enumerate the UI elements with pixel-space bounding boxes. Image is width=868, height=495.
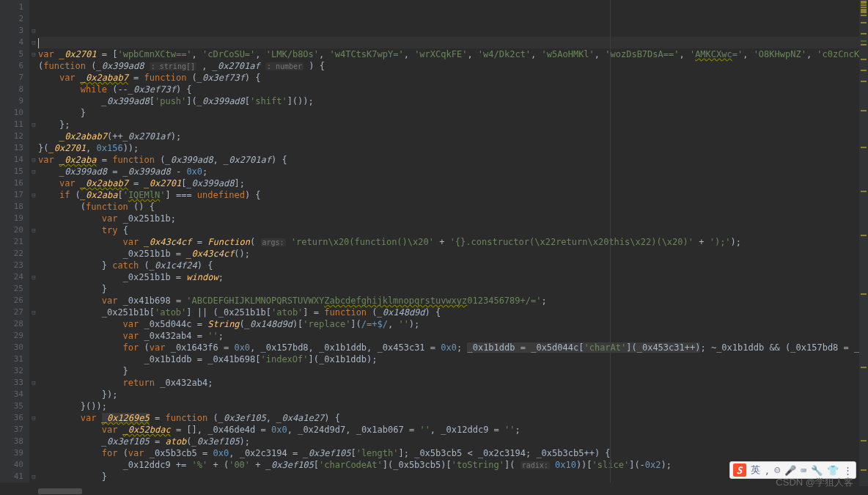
- code-line[interactable]: }: [38, 283, 868, 295]
- scrollbar-marker[interactable]: [861, 40, 867, 42]
- code-line[interactable]: }(_0x2701, 0x156));: [38, 142, 868, 154]
- code-line[interactable]: var _0x43c4cf = Function( args: 'return\…: [38, 236, 868, 248]
- code-line[interactable]: });: [38, 389, 868, 400]
- ime-lang-label[interactable]: 英: [751, 463, 760, 477]
- code-line[interactable]: }: [38, 107, 868, 119]
- scrollbar-marker[interactable]: [861, 191, 867, 192]
- fold-toggle[interactable]: ⊟: [29, 48, 38, 60]
- scrollbar-marker[interactable]: [861, 7, 867, 8]
- fold-toggle: [29, 365, 38, 377]
- scrollbar-marker[interactable]: [861, 12, 867, 13]
- code-line[interactable]: } catch (_0x1c4f24) {: [38, 260, 868, 271]
- scrollbar-marker[interactable]: [861, 235, 867, 236]
- fold-toggle[interactable]: ⊟: [29, 154, 38, 166]
- horizontal-scroll-thumb[interactable]: [38, 488, 82, 494]
- code-line[interactable]: var _0x251b1b;: [38, 213, 868, 224]
- line-number: 17: [0, 189, 29, 201]
- code-line[interactable]: var _0x52bdac = [], _0x46de4d = 0x0, _0x…: [38, 424, 868, 436]
- fold-toggle[interactable]: ⊟: [29, 271, 38, 283]
- code-line[interactable]: _0x251b1b['atob'] || (_0x251b1b['atob'] …: [38, 307, 868, 318]
- code-line[interactable]: _0x251b1b = window;: [38, 271, 868, 283]
- line-number: 31: [0, 353, 29, 365]
- code-line[interactable]: (function (_0x399ad8 : string[] , _0x270…: [38, 60, 868, 72]
- scrollbar-marker[interactable]: [861, 367, 867, 368]
- fold-toggle[interactable]: ⊟: [29, 189, 38, 201]
- code-line[interactable]: _0x399ad8 = _0x399ad8 - 0x0;: [38, 166, 868, 177]
- code-line[interactable]: _0x251b1b = _0x43c4cf();: [38, 248, 868, 260]
- code-line[interactable]: [38, 37, 868, 48]
- fold-toggle[interactable]: ⊟: [29, 307, 38, 318]
- ime-keyboard-icon[interactable]: ⌨: [801, 465, 806, 476]
- fold-toggle: [29, 295, 38, 307]
- fold-toggle[interactable]: ⊟: [29, 37, 38, 48]
- code-line[interactable]: (function () {: [38, 201, 868, 213]
- fold-toggle[interactable]: ⊟: [29, 412, 38, 424]
- fold-toggle[interactable]: ⊟: [29, 471, 38, 483]
- code-line[interactable]: _0x1b1ddb = _0x41b698['indexOf'](_0x1b1d…: [38, 353, 868, 365]
- fold-toggle: [29, 72, 38, 84]
- fold-toggle[interactable]: ⊟: [29, 166, 38, 177]
- line-number: 27: [0, 307, 29, 318]
- line-number: 28: [0, 318, 29, 330]
- scrollbar-marker[interactable]: [861, 293, 867, 295]
- fold-column[interactable]: ⊟⊟⊟⊟⊟⊟⊟⊟⊟⊟⊟⊟⊟: [29, 0, 38, 483]
- code-line[interactable]: var _0x41b698 = 'ABCDEFGHIJKLMNOPQRSTUVW…: [38, 295, 868, 307]
- code-area[interactable]: var _0x2701 = ['wpbCmnXCtw==', 'cDrCoSU=…: [38, 0, 868, 483]
- code-line[interactable]: var _0x1269e5 = function (_0x3ef105, _0x…: [38, 412, 868, 424]
- fold-toggle[interactable]: ⊟: [29, 377, 38, 389]
- scrollbar-marker[interactable]: [861, 70, 867, 71]
- vertical-scrollbar[interactable]: [859, 0, 868, 486]
- scrollbar-marker[interactable]: [861, 147, 867, 148]
- right-margin-guide: [610, 0, 611, 483]
- code-line[interactable]: var _0x2abab7 = function (_0x3ef73f) {: [38, 72, 868, 84]
- code-line[interactable]: var _0x2aba = function (_0x399ad8, _0x27…: [38, 154, 868, 166]
- ime-skin-icon[interactable]: 👕: [827, 465, 839, 476]
- scrollbar-marker[interactable]: [861, 22, 867, 23]
- line-number: 18: [0, 201, 29, 213]
- code-line[interactable]: _0x2abab7(++_0x2701af);: [38, 131, 868, 142]
- code-line[interactable]: var _0x5d044c = String(_0x148d9d)['repla…: [38, 318, 868, 330]
- ime-mic-icon[interactable]: 🎤: [784, 465, 796, 476]
- code-line[interactable]: var _0x2701 = ['wpbCmnXCtw==', 'cDrCoSU=…: [38, 48, 868, 60]
- code-line[interactable]: };: [38, 119, 868, 131]
- code-line[interactable]: var _0x432ab4 = '';: [38, 330, 868, 342]
- code-line[interactable]: var _0x2abab7 = _0x2701[_0x399ad8];: [38, 177, 868, 189]
- code-line[interactable]: try {: [38, 224, 868, 236]
- line-number: 3: [0, 25, 29, 37]
- code-line[interactable]: _0x3ef105 = atob(_0x3ef105);: [38, 436, 868, 447]
- scrollbar-marker[interactable]: [861, 59, 867, 60]
- code-line[interactable]: for (var _0x5b3cb5 = 0x0, _0x2c3194 = _0…: [38, 447, 868, 459]
- ime-emoji-icon[interactable]: ☺: [774, 465, 780, 476]
- code-line[interactable]: return _0x432ab4;: [38, 377, 868, 389]
- line-number: 35: [0, 400, 29, 412]
- scrollbar-marker[interactable]: [861, 469, 867, 471]
- line-number: 29: [0, 330, 29, 342]
- scrollbar-marker[interactable]: [861, 440, 867, 441]
- scrollbar-marker[interactable]: [861, 4, 867, 6]
- code-line[interactable]: if (_0x2aba['IQEMlN'] === undefined) {: [38, 189, 868, 201]
- fold-toggle[interactable]: ⊟: [29, 224, 38, 236]
- code-line[interactable]: }());: [38, 400, 868, 412]
- code-line[interactable]: }: [38, 365, 868, 377]
- scrollbar-marker[interactable]: [861, 44, 867, 45]
- code-line[interactable]: while (--_0x3ef73f) {: [38, 84, 868, 95]
- scrollbar-marker[interactable]: [861, 33, 867, 34]
- fold-toggle[interactable]: ⊟: [29, 25, 38, 37]
- scrollbar-marker[interactable]: [861, 2, 867, 4]
- fold-toggle: [29, 330, 38, 342]
- code-editor[interactable]: 1234567891011121314151617181920212223242…: [0, 0, 868, 483]
- ime-more-icon[interactable]: ⋮: [843, 465, 853, 476]
- scrollbar-marker[interactable]: [861, 81, 867, 82]
- scrollbar-marker[interactable]: [861, 110, 867, 111]
- line-number: 16: [0, 177, 29, 189]
- ime-tools-icon[interactable]: 🔧: [811, 465, 823, 476]
- fold-toggle: [29, 236, 38, 248]
- code-line[interactable]: for (var _0x1643f6 = 0x0, _0x157bd8, _0x…: [38, 342, 868, 353]
- fold-toggle: [29, 131, 38, 142]
- code-line[interactable]: _0x399ad8['push'](_0x399ad8['shift']());: [38, 95, 868, 107]
- scrollbar-marker[interactable]: [861, 15, 867, 16]
- fold-toggle[interactable]: ⊟: [29, 119, 38, 131]
- horizontal-scrollbar[interactable]: [38, 488, 856, 495]
- line-number: 32: [0, 365, 29, 377]
- line-number: 11: [0, 119, 29, 131]
